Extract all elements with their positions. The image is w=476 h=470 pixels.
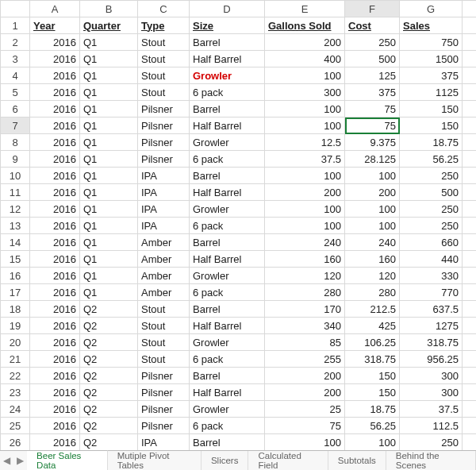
cell[interactable]: 1275 [400, 318, 463, 334]
sheet-tab[interactable]: Mutiple Pivot Tables [108, 451, 202, 470]
cell[interactable]: Q1 [80, 201, 138, 218]
cell[interactable]: Barrel [190, 301, 265, 318]
cell[interactable]: 250 [400, 218, 463, 234]
cell[interactable]: 150 [345, 368, 400, 384]
cell[interactable]: 6 pack [190, 284, 265, 301]
cell[interactable] [463, 84, 477, 101]
row-header-3[interactable]: 3 [1, 51, 30, 67]
row-header-22[interactable]: 22 [1, 368, 30, 384]
cell[interactable] [463, 134, 477, 151]
cell[interactable]: 100 [265, 434, 345, 451]
row-header-21[interactable]: 21 [1, 351, 30, 368]
cell[interactable]: 6 pack [190, 218, 265, 234]
cell[interactable]: Q2 [80, 368, 138, 384]
cell[interactable]: 280 [345, 284, 400, 301]
tab-scroll-left[interactable]: ◀ [0, 451, 13, 470]
cell[interactable] [463, 284, 477, 301]
cell[interactable]: Pilsner [138, 134, 190, 151]
cell[interactable]: 240 [265, 234, 345, 251]
cell[interactable]: Pilsner [138, 418, 190, 434]
sheet-tab[interactable]: Subtotals [328, 451, 386, 470]
cell[interactable]: 2016 [30, 67, 80, 84]
cell[interactable]: 150 [345, 384, 400, 401]
cell[interactable] [463, 118, 477, 134]
cell[interactable]: 75 [345, 118, 400, 134]
row-header-17[interactable]: 17 [1, 284, 30, 301]
cell[interactable]: 25 [265, 401, 345, 418]
cell[interactable]: 120 [265, 268, 345, 284]
cell[interactable]: IPA [138, 201, 190, 218]
cell[interactable]: 200 [265, 184, 345, 201]
cell[interactable]: Amber [138, 234, 190, 251]
row-header-1[interactable]: 1 [1, 17, 30, 34]
row-header-7[interactable]: 7 [1, 118, 30, 134]
cell[interactable]: Q2 [80, 334, 138, 351]
cell[interactable]: Q1 [80, 84, 138, 101]
column-header-B[interactable]: B [80, 1, 138, 17]
cell[interactable]: Q2 [80, 384, 138, 401]
cell[interactable]: 125 [345, 67, 400, 84]
cell[interactable]: 120 [345, 268, 400, 284]
cell[interactable]: 400 [265, 51, 345, 67]
cell[interactable]: 28.125 [345, 151, 400, 168]
cell[interactable]: 2016 [30, 334, 80, 351]
cell[interactable]: 212.5 [345, 301, 400, 318]
cell[interactable]: 250 [400, 168, 463, 184]
cell[interactable]: Stout [138, 34, 190, 51]
cell[interactable]: 1500 [400, 51, 463, 67]
cell[interactable] [463, 251, 477, 268]
cell[interactable]: 100 [265, 118, 345, 134]
cell[interactable]: 318.75 [400, 334, 463, 351]
cell[interactable]: 2016 [30, 84, 80, 101]
cell[interactable]: Growler [190, 334, 265, 351]
cell[interactable]: 375 [345, 84, 400, 101]
cell[interactable] [463, 67, 477, 84]
cell[interactable]: Growler [190, 67, 265, 84]
row-header-20[interactable]: 20 [1, 334, 30, 351]
cell[interactable] [463, 268, 477, 284]
cell[interactable]: 2016 [30, 151, 80, 168]
cell[interactable]: Half Barrel [190, 251, 265, 268]
header-cell-sales[interactable]: Sales [400, 17, 463, 34]
cell[interactable] [463, 201, 477, 218]
cell[interactable]: 100 [345, 168, 400, 184]
cell[interactable]: 500 [345, 51, 400, 67]
cell[interactable]: 2016 [30, 401, 80, 418]
row-header-5[interactable]: 5 [1, 84, 30, 101]
cell[interactable]: Q1 [80, 101, 138, 118]
cell[interactable]: 100 [345, 201, 400, 218]
cell[interactable]: Q2 [80, 401, 138, 418]
cell[interactable]: Barrel [190, 101, 265, 118]
cell[interactable]: Pilsner [138, 401, 190, 418]
cell[interactable]: Stout [138, 318, 190, 334]
cell[interactable]: 100 [265, 67, 345, 84]
cell[interactable]: Q1 [80, 51, 138, 67]
cell[interactable]: 375 [400, 67, 463, 84]
cell[interactable] [463, 418, 477, 434]
cell[interactable]: IPA [138, 218, 190, 234]
cell[interactable]: 2016 [30, 268, 80, 284]
cell[interactable]: Amber [138, 284, 190, 301]
cell[interactable]: Growler [190, 268, 265, 284]
cell[interactable]: 18.75 [400, 134, 463, 151]
row-header-16[interactable]: 16 [1, 268, 30, 284]
cell[interactable]: 1125 [400, 84, 463, 101]
cell[interactable]: Growler [190, 201, 265, 218]
cell[interactable]: 9.375 [345, 134, 400, 151]
cell[interactable]: 425 [345, 318, 400, 334]
cell[interactable]: 2016 [30, 351, 80, 368]
cell[interactable]: 37.5 [265, 151, 345, 168]
cell[interactable]: 2016 [30, 318, 80, 334]
cell[interactable] [463, 51, 477, 67]
cell[interactable]: 56.25 [400, 151, 463, 168]
cell[interactable]: Barrel [190, 368, 265, 384]
cell[interactable]: 300 [400, 384, 463, 401]
cell[interactable] [463, 368, 477, 384]
cell[interactable]: Stout [138, 84, 190, 101]
header-cell-gallons[interactable]: Gallons Sold [265, 17, 345, 34]
cell[interactable]: Stout [138, 301, 190, 318]
cell[interactable]: Growler [190, 134, 265, 151]
cell[interactable]: 6 pack [190, 151, 265, 168]
header-cell-year[interactable]: Year [30, 17, 80, 34]
cell[interactable]: 160 [265, 251, 345, 268]
